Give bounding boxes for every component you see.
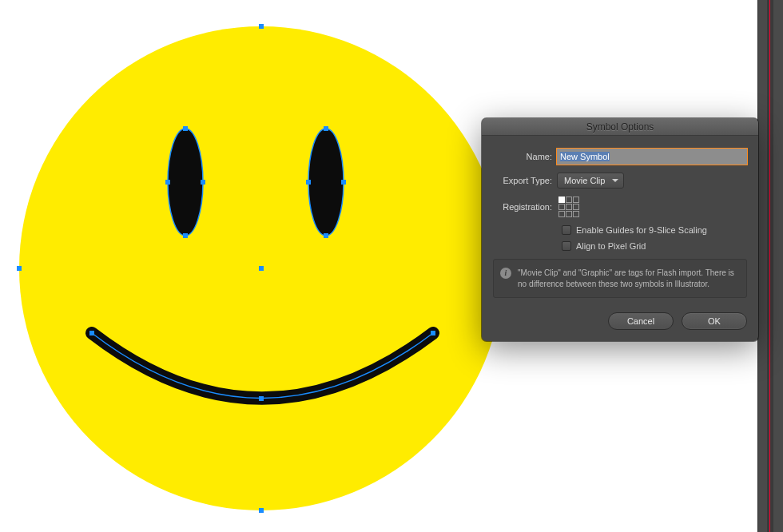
anchor[interactable] <box>324 126 328 131</box>
button-row: Cancel OK <box>493 312 747 330</box>
anchor[interactable] <box>183 233 188 238</box>
reg-cell-bl[interactable] <box>558 211 565 217</box>
name-label: Name: <box>493 152 557 161</box>
anchor[interactable] <box>201 180 205 185</box>
reg-cell-tl[interactable] <box>558 197 565 203</box>
selection-handle[interactable] <box>259 508 264 513</box>
reg-cell-mc[interactable] <box>566 204 572 210</box>
name-row: Name: <box>493 149 747 165</box>
anchor[interactable] <box>183 126 188 131</box>
name-input[interactable] <box>557 149 747 165</box>
anchor[interactable] <box>306 180 311 185</box>
anchor[interactable] <box>259 396 264 401</box>
selection-center[interactable] <box>259 266 264 271</box>
anchor[interactable] <box>165 180 170 185</box>
ok-button[interactable]: OK <box>682 312 747 330</box>
export-type-label: Export Type: <box>493 176 557 185</box>
anchor[interactable] <box>341 180 346 185</box>
left-eye <box>168 129 203 236</box>
align-pixel-label: Align to Pixel Grid <box>576 241 646 251</box>
selection-handle[interactable] <box>17 266 22 271</box>
right-panel-strip <box>757 0 783 532</box>
bleed-guide <box>769 0 770 532</box>
info-text: "Movie Clip" and "Graphic" are tags for … <box>518 268 734 288</box>
dialog-title[interactable]: Symbol Options <box>482 118 758 136</box>
registration-label: Registration: <box>493 202 557 212</box>
artboard-edge <box>767 0 773 532</box>
anchor[interactable] <box>324 233 328 238</box>
align-pixel-row: Align to Pixel Grid <box>562 241 747 251</box>
reg-cell-bc[interactable] <box>566 211 572 217</box>
registration-grid[interactable] <box>558 197 579 217</box>
cancel-button[interactable]: Cancel <box>608 312 674 330</box>
enable-guides-row: Enable Guides for 9-Slice Scaling <box>562 225 747 235</box>
reg-cell-tc[interactable] <box>566 197 572 203</box>
reg-cell-tr[interactable] <box>573 197 579 203</box>
dialog-body: Name: Export Type: Movie Clip Registrati… <box>482 136 758 341</box>
anchor[interactable] <box>89 331 94 335</box>
reg-cell-ml[interactable] <box>558 204 565 210</box>
export-type-value: Movie Clip <box>564 176 605 185</box>
info-box: i "Movie Clip" and "Graphic" are tags fo… <box>493 259 747 298</box>
align-pixel-checkbox[interactable] <box>562 241 571 251</box>
reg-cell-br[interactable] <box>573 211 579 217</box>
right-eye <box>308 129 344 236</box>
enable-guides-checkbox[interactable] <box>562 225 571 235</box>
export-type-row: Export Type: Movie Clip <box>493 173 747 189</box>
export-type-dropdown[interactable]: Movie Clip <box>557 173 624 189</box>
anchor[interactable] <box>431 331 435 335</box>
info-icon: i <box>500 268 511 279</box>
symbol-options-dialog: Symbol Options Name: Export Type: Movie … <box>482 118 758 341</box>
selection-handle[interactable] <box>259 24 264 29</box>
enable-guides-label: Enable Guides for 9-Slice Scaling <box>576 225 707 235</box>
registration-row: Registration: <box>493 197 747 217</box>
reg-cell-mr[interactable] <box>573 204 579 210</box>
